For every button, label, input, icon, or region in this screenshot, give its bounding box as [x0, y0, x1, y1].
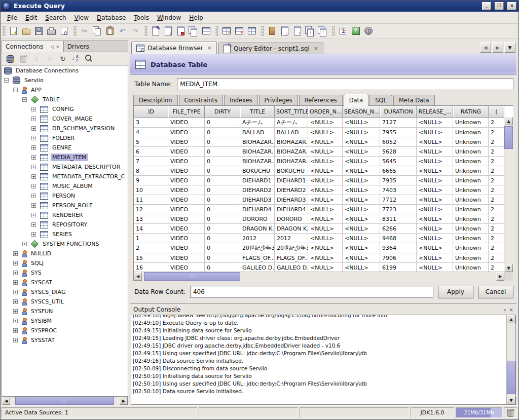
open-file-button[interactable]	[20, 25, 32, 37]
table-cell[interactable]: 7955	[380, 128, 417, 137]
collapse-panel-icon[interactable]: ◁	[50, 44, 54, 49]
table-cell[interactable]: BIOHAZAR...	[275, 157, 308, 166]
table-row[interactable]: 3VIDEO0AチームAチーム<NULL><NULL>7127<NULL>Unk…	[134, 118, 504, 128]
sidebar-tab-connections[interactable]: Connections◁×	[2, 41, 64, 52]
table-cell[interactable]: DIEHARD3	[275, 195, 308, 205]
table-cell[interactable]: <NULL>	[343, 166, 380, 176]
table-cell[interactable]: DRAGON K...	[240, 224, 275, 234]
tree-item-person[interactable]: +PERSON	[2, 191, 128, 201]
tab-scroll-right-button[interactable]: ▶	[492, 42, 503, 53]
table-cell[interactable]: <NULL>	[308, 195, 343, 205]
menu-search[interactable]: Search	[41, 13, 70, 23]
table-cell[interactable]: 9468	[380, 234, 417, 243]
collapse-node-icon[interactable]: −	[13, 88, 18, 92]
menu-window[interactable]: Window	[153, 13, 185, 23]
table-cell[interactable]: 7403	[380, 185, 417, 195]
expand-node-icon[interactable]: +	[13, 299, 18, 304]
status-memory[interactable]: 21Mb/31Mb	[456, 407, 502, 418]
table-cell[interactable]: VIDEO	[168, 263, 205, 272]
column-header-id[interactable]: ID	[134, 106, 168, 118]
subtab-constraints[interactable]: Constraints	[179, 95, 224, 105]
tree-item-syscs-diag[interactable]: +SYSCS_DIAG	[2, 287, 128, 297]
preferences-button[interactable]	[337, 25, 349, 37]
new-document-button[interactable]: +	[7, 25, 20, 37]
toolbar-grip[interactable]	[261, 26, 264, 36]
export-file-button[interactable]: ↑	[291, 25, 304, 37]
table-cell[interactable]: 16	[134, 263, 168, 272]
new-connection-button[interactable]: +	[4, 53, 16, 65]
close-button[interactable]: ×	[507, 2, 516, 10]
table-row[interactable]: 5VIDEO0BIOHAZAR...BIOHAZAR...<NULL><NULL…	[134, 137, 504, 147]
table-cell[interactable]: 2	[489, 234, 504, 243]
print-preview-button[interactable]	[58, 25, 70, 37]
undo-button[interactable]: ↶	[116, 25, 129, 37]
table-cell[interactable]: 0	[205, 243, 240, 253]
table-cell[interactable]: <NULL>	[308, 176, 343, 185]
table-row[interactable]: 1VIDEO020122012<NULL><NULL>9468<NULL>Unk…	[134, 234, 504, 243]
new-query-button[interactable]: ↓	[162, 25, 174, 37]
table-cell[interactable]: 0	[205, 176, 240, 185]
table-cell[interactable]: 7906	[380, 253, 417, 263]
table-cell[interactable]: 7	[134, 157, 168, 166]
collapse-node-icon[interactable]: −	[4, 78, 9, 83]
table-cell[interactable]: 6	[134, 147, 168, 157]
table-cell[interactable]: <NULL>	[308, 128, 343, 137]
table-cell[interactable]: Unknown	[453, 263, 489, 272]
table-cell[interactable]: VIDEO	[168, 157, 205, 166]
table-cell[interactable]: <NULL>	[417, 176, 453, 185]
tree-item-config[interactable]: +CONFIG	[2, 104, 128, 114]
table-cell[interactable]: VIDEO	[168, 243, 205, 253]
tree-item-genre[interactable]: +GENRE	[2, 143, 128, 152]
table-cell[interactable]: 13	[134, 214, 168, 224]
table-cell[interactable]: 6665	[380, 166, 417, 176]
table-cell[interactable]: <NULL>	[343, 205, 380, 214]
table-row[interactable]: 14VIDEO0DRAGON K...DRAGON K...<NULL><NUL…	[134, 224, 504, 234]
table-row[interactable]: 8VIDEO0BOKUCHUBOKUCHU<NULL><NULL>6665<NU…	[134, 166, 504, 176]
table-cell[interactable]: BOKUCHU	[240, 166, 275, 176]
expand-node-icon[interactable]: +	[31, 184, 36, 188]
table-cell[interactable]: VIDEO	[168, 166, 205, 176]
table-cell[interactable]: VIDEO	[168, 253, 205, 263]
table-cell[interactable]: 20世紀少年3	[240, 243, 275, 253]
table-cell[interactable]: <NULL>	[343, 263, 380, 272]
tree-item-repository[interactable]: +REPOSITORY	[2, 220, 128, 230]
table-cell[interactable]: <NULL>	[417, 185, 453, 195]
tree-item-series[interactable]: +SERIES	[2, 230, 128, 239]
column-header-file-type[interactable]: FILE_TYPE	[168, 106, 205, 118]
menu-tools[interactable]: Tools	[130, 13, 153, 23]
expand-node-icon[interactable]: +	[31, 165, 36, 169]
table-cell[interactable]: 1	[134, 234, 168, 243]
subtab-privileges[interactable]: Privileges	[259, 95, 298, 105]
table-cell[interactable]: 3	[134, 118, 168, 128]
expand-node-icon[interactable]: +	[31, 203, 36, 208]
table-cell[interactable]: Unknown	[453, 205, 489, 214]
about-button[interactable]	[362, 25, 375, 37]
table-cell[interactable]: 0	[205, 128, 240, 137]
table-cell[interactable]: Unknown	[453, 128, 489, 137]
table-cell[interactable]: BIOHAZAR...	[240, 157, 275, 166]
column-header-release-[interactable]: RELEASE_...	[417, 106, 453, 118]
table-cell[interactable]: DRAGON K...	[275, 224, 308, 234]
table-cell[interactable]: 2	[134, 243, 168, 253]
collapse-node-icon[interactable]: −	[22, 97, 27, 102]
table-cell[interactable]: 4	[134, 128, 168, 137]
subtab-description[interactable]: Description	[133, 95, 178, 105]
tree-horizontal-scrollbar[interactable]: ◀ ||| ▶	[2, 397, 128, 405]
table-cell[interactable]: 7127	[380, 118, 417, 128]
tab-close-icon[interactable]: ×	[314, 45, 318, 52]
table-cell[interactable]: <NULL>	[417, 118, 453, 128]
tree-item-nullid[interactable]: +NULLID	[2, 249, 128, 258]
table-cell[interactable]: BALLAD	[275, 128, 308, 137]
subtab-sql[interactable]: SQL	[369, 95, 392, 105]
scroll-thumb[interactable]: |||	[15, 397, 114, 405]
table-cell[interactable]: 8311	[380, 214, 417, 224]
apply-button[interactable]: Apply	[438, 286, 473, 298]
tree-item-person-role[interactable]: +PERSON_ROLE	[2, 201, 128, 210]
tree-item-sqlj[interactable]: +SQLJ	[2, 258, 128, 268]
table-cell[interactable]: <NULL>	[343, 253, 380, 263]
table-cell[interactable]: <NULL>	[308, 214, 343, 224]
table-cell[interactable]: <NULL>	[343, 118, 380, 128]
table-data-button[interactable]	[245, 25, 258, 37]
table-cell[interactable]: 2	[489, 224, 504, 234]
column-header--[interactable]: (	[489, 106, 504, 118]
